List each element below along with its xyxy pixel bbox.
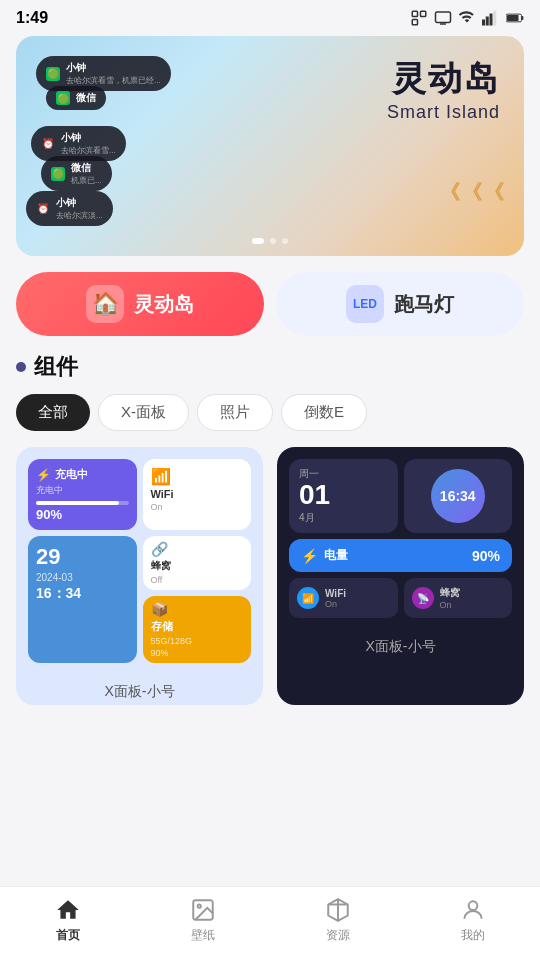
- wechat-icon-1: 🟢: [46, 67, 60, 81]
- dw-clock-circle: 16:34: [431, 469, 485, 523]
- dw-bottom-row: 📶 WiFi On 📡 蜂窝 On: [289, 578, 512, 618]
- lw-beehive-cell: 🔗 蜂窝 Off: [143, 536, 252, 590]
- section-dot: [16, 362, 26, 372]
- status-icons: [410, 9, 524, 27]
- hero-title-en: Smart Island: [387, 102, 500, 123]
- lw-right-col: 🔗 蜂窝 Off 📦 存储 55G/128G 90%: [143, 536, 252, 663]
- filter-all[interactable]: 全部: [16, 394, 90, 431]
- lw-wifi-title: WiFi: [151, 488, 174, 500]
- feature-row: 🏠 灵动岛 LED 跑马灯: [16, 272, 524, 336]
- lw-date-cell: 29 2024-03 16：34: [28, 536, 137, 663]
- widget-card-dark[interactable]: 周一 01 4月 16:34 ⚡ 电量: [277, 447, 524, 705]
- marquee-button[interactable]: LED 跑马灯: [276, 272, 524, 336]
- widget-light-inner: ⚡ 充电中 充电中 90% 📶 WiFi On: [16, 447, 263, 675]
- dw-top-row: 周一 01 4月 16:34: [289, 459, 512, 533]
- wechat-icon-2: 🟢: [56, 91, 70, 105]
- wallpaper-icon: [190, 897, 216, 923]
- widget-dark-inner: 周一 01 4月 16:34 ⚡ 电量: [277, 447, 524, 630]
- lw-storage-title: 存储: [151, 619, 173, 634]
- lw-power-val: 90%: [36, 507, 62, 522]
- nav-resource-label: 资源: [326, 927, 350, 944]
- nav-resource[interactable]: 资源: [325, 897, 351, 944]
- nav-profile[interactable]: 我的: [460, 897, 486, 944]
- wifi-icon: 📶: [151, 467, 171, 486]
- svg-rect-11: [522, 16, 524, 20]
- signal-icon: [482, 9, 500, 27]
- nav-wallpaper[interactable]: 壁纸: [190, 897, 216, 944]
- svg-rect-0: [412, 11, 417, 16]
- widget-card-light[interactable]: ⚡ 充电中 充电中 90% 📶 WiFi On: [16, 447, 263, 705]
- dw-ant-icon: 📡: [412, 587, 434, 609]
- svg-rect-2: [412, 20, 417, 25]
- battery-icon: [506, 9, 524, 27]
- lw-time-str: 16：34: [36, 585, 81, 603]
- clock-icon-1: ⏰: [41, 137, 55, 151]
- lw-beehive-status: Off: [151, 575, 163, 585]
- svg-rect-6: [486, 17, 489, 26]
- hero-dot-1: [252, 238, 264, 244]
- dw-wifi-name: WiFi: [325, 588, 346, 599]
- nav-home-label: 首页: [56, 927, 80, 944]
- hero-banner[interactable]: 🟢 小钟去哈尔滨看雪，机票已经... 🟢 微信 ⏰ 小钟去哈尔滨看雪... 🟢 …: [16, 36, 524, 256]
- hero-text: 灵动岛 Smart Island: [387, 56, 500, 123]
- dw-power-label: 电量: [324, 547, 348, 564]
- hero-dot-3: [282, 238, 288, 244]
- home-icon: [55, 897, 81, 923]
- lw-date-str: 2024-03: [36, 572, 73, 583]
- dw-month: 4月: [299, 511, 388, 525]
- filter-xpanel[interactable]: X-面板: [98, 394, 189, 431]
- filter-tabs: 全部 X-面板 照片 倒数E: [16, 394, 524, 431]
- hero-dot-2: [270, 238, 276, 244]
- notification-icon: [410, 9, 428, 27]
- dw-power-row: ⚡ 电量 90%: [289, 539, 512, 572]
- dw-ant-cell: 📡 蜂窝 On: [404, 578, 513, 618]
- media-icon: [434, 9, 452, 27]
- hero-title-cn: 灵动岛: [387, 56, 500, 102]
- lw-progress-bar-container: [36, 501, 129, 505]
- hero-pill-4: 🟢 微信机票已...: [41, 156, 112, 191]
- svg-point-13: [197, 905, 200, 908]
- lw-power-title: 充电中: [55, 467, 88, 482]
- lw-power-sub: 充电中: [36, 484, 63, 497]
- svg-rect-10: [507, 15, 519, 21]
- dw-power-pct: 90%: [472, 548, 500, 564]
- smart-island-label: 灵动岛: [134, 291, 194, 318]
- filter-photos[interactable]: 照片: [197, 394, 273, 431]
- nav-wallpaper-label: 壁纸: [191, 927, 215, 944]
- lw-storage-val: 55G/128G: [151, 636, 193, 646]
- nav-profile-label: 我的: [461, 927, 485, 944]
- lw-date-num: 29: [36, 544, 60, 570]
- led-icon: LED: [346, 285, 384, 323]
- status-bar: 1:49: [0, 0, 540, 36]
- wifi-status-icon: [458, 9, 476, 27]
- lw-beehive-title: 蜂窝: [151, 559, 171, 573]
- nav-home[interactable]: 首页: [55, 897, 81, 944]
- dw-wifi-cell: 📶 WiFi On: [289, 578, 398, 618]
- hero-dots: [252, 238, 288, 244]
- lightning-icon: ⚡: [36, 468, 51, 482]
- user-icon: [460, 897, 486, 923]
- smart-island-icon: 🏠: [86, 285, 124, 323]
- lw-power-cell: ⚡ 充电中 充电中 90%: [28, 459, 137, 530]
- lw-wifi-cell: 📶 WiFi On: [143, 459, 252, 530]
- dw-wifi-status: On: [325, 599, 346, 609]
- filter-countdown[interactable]: 倒数E: [281, 394, 367, 431]
- storage-icon: 📦: [151, 601, 168, 617]
- hero-arrows: 《《《: [440, 179, 504, 206]
- dw-date-num: 01: [299, 481, 388, 509]
- svg-rect-3: [436, 12, 451, 23]
- lw-storage-pct: 90%: [151, 648, 169, 658]
- main-content: 1:49 🟢 小钟去哈尔滨看雪，机票已经... 🟢 微信: [0, 0, 540, 785]
- hero-pill-5: ⏰ 小钟去哈尔滨淡...: [26, 191, 113, 226]
- light-widget-grid: ⚡ 充电中 充电中 90% 📶 WiFi On: [28, 459, 251, 663]
- dw-clock-cell: 16:34: [404, 459, 513, 533]
- widget-light-label: X面板-小号: [16, 683, 263, 705]
- bottom-nav: 首页 壁纸 资源 我的: [0, 886, 540, 960]
- status-time: 1:49: [16, 9, 48, 27]
- wechat-icon-3: 🟢: [51, 167, 65, 181]
- hero-pill-2: 🟢 微信: [46, 86, 106, 110]
- marquee-label: 跑马灯: [394, 291, 454, 318]
- smart-island-button[interactable]: 🏠 灵动岛: [16, 272, 264, 336]
- svg-point-16: [468, 901, 477, 910]
- dw-ant-info: 蜂窝 On: [440, 586, 460, 610]
